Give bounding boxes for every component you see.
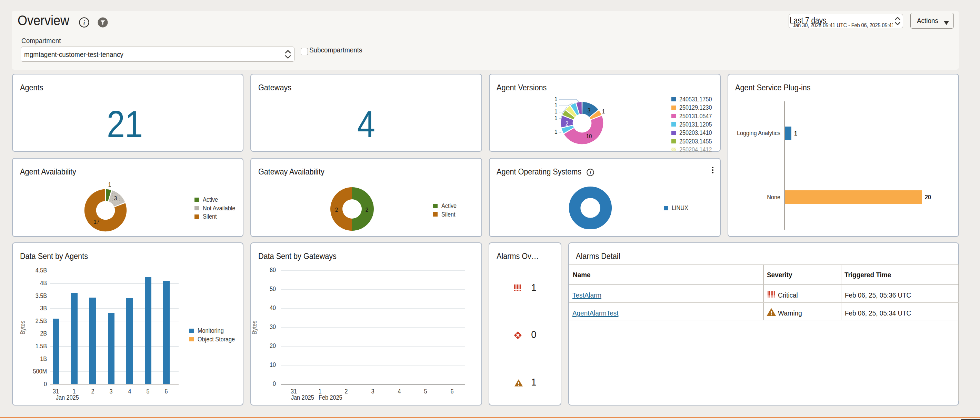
svg-text:i: i	[83, 19, 85, 26]
